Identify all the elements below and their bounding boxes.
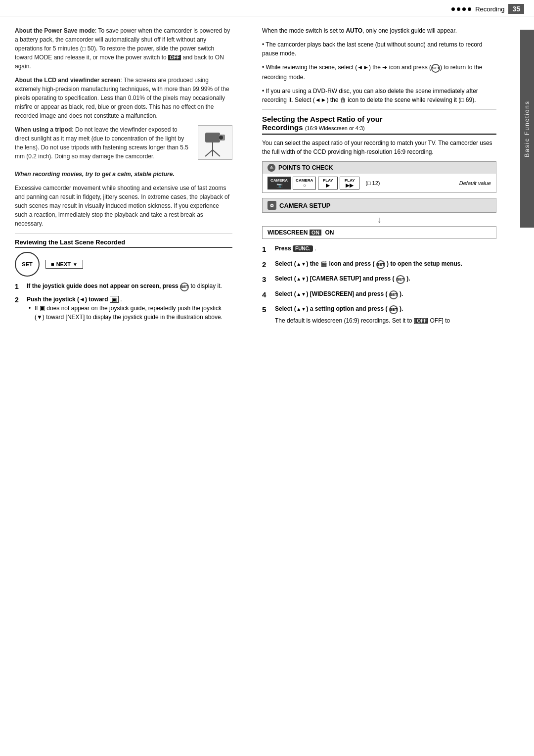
lcd-screen-para: About the LCD and viewfinder screen: The…: [15, 76, 232, 120]
auto-bold: AUTO: [346, 27, 362, 34]
right-step-4-num: 4: [262, 289, 272, 301]
right-step-2: 2 Select ( ▲▼ ) the 🎬 icon and press ( S…: [262, 259, 496, 271]
right-intro-bullet-2: • While reviewing the scene, select (◄►)…: [262, 63, 496, 82]
camera-icon-1: 📷: [276, 183, 282, 188]
play-icon-2: ▶▶: [346, 183, 354, 188]
dot3: [462, 7, 466, 11]
right-step-5: 5 Select ( ▲▼ ) a setting option and pre…: [262, 304, 496, 325]
set-btn-5: SET: [389, 305, 398, 314]
right-step-3-num: 3: [262, 274, 272, 285]
next-box: ■ NEXT ▼: [45, 260, 83, 269]
step-2-bold: Push the joystick (◄) toward: [27, 296, 110, 303]
lens-circle: [219, 136, 223, 140]
section-subtitle-small: (16:9 Widescreen or 4:3): [305, 125, 365, 131]
step3-camera-setup: ) [CAMERA SETUP] and press (: [306, 275, 394, 282]
section-body: You can select the aspect ratio of your …: [262, 139, 496, 156]
default-value: Default value: [459, 180, 491, 186]
right-intro-bullet-1: • The camcorder plays back the last scen…: [262, 40, 496, 58]
step-1-content: If the joystick guide does not appear on…: [27, 282, 232, 292]
step-1-bold: If the joystick guide does not appear on…: [27, 283, 180, 289]
mode-camera-active: CAMERA 📷: [267, 177, 291, 189]
play-icon-1: ▶: [326, 183, 330, 188]
set-btn-4: SET: [389, 290, 398, 299]
next-icon: ■: [51, 261, 54, 267]
off-label-2: OFF: [415, 318, 428, 324]
next-label: NEXT: [56, 261, 71, 267]
page-number: 35: [508, 4, 524, 14]
step-2-period: .: [120, 296, 122, 303]
step1-press: Press: [275, 245, 293, 252]
right-intro-section: When the mode switch is set to AUTO, onl…: [262, 26, 496, 104]
off-label-1: OFF: [168, 55, 181, 60]
step-2: 2 Push the joystick (◄) toward ▣ . If ▣ …: [15, 295, 232, 324]
step4-end: ).: [400, 290, 403, 297]
setup-icon: ⛭: [267, 201, 276, 210]
main-content: About the Power Save mode: To save power…: [0, 16, 534, 756]
tripod-section: When using a tripod: Do not leave the vi…: [15, 125, 232, 166]
right-step-4: 4 Select ( ▲▼ ) [WIDESCREEN] and press (…: [262, 289, 496, 301]
steps: 1 If the joystick guide does not appear …: [15, 282, 232, 324]
mode-play-1: PLAY ▶: [318, 177, 338, 189]
points-header-label: POINTS TO CHECK: [278, 164, 333, 171]
points-icon: ⚠: [267, 164, 275, 172]
tripod-para: When using a tripod: Do not leave the vi…: [15, 125, 193, 161]
divider-1: [15, 233, 232, 234]
set-label: SET: [22, 261, 32, 267]
recording-movies-text: Excessive camcorder movement while shoot…: [15, 184, 232, 228]
page-ref-inline: (□ 12): [365, 180, 380, 186]
widescreen-on: ON: [310, 230, 322, 236]
mode-camera-inactive: CAMERA ○: [293, 177, 316, 189]
power-save-para: About the Power Save mode: To save power…: [15, 26, 232, 71]
points-box: ⚠ POINTS TO CHECK CAMERA 📷 CAMERA ○ PLAY: [262, 161, 496, 193]
step-2-icon: ▣: [110, 296, 119, 303]
step5-setting: ) a setting option and press (: [306, 305, 387, 312]
section-subtitle: Recordings: [262, 123, 303, 132]
right-step-3: 3 Select ( ▲▼ ) [CAMERA SETUP] and press…: [262, 274, 496, 285]
right-intro-auto: When the mode switch is set to AUTO, onl…: [262, 26, 496, 35]
step5-end: ).: [400, 305, 403, 312]
lcd-bold: About the LCD and viewfinder screen: [15, 77, 120, 84]
step5-select: Select (: [275, 305, 296, 312]
set-btn-1: SET: [180, 283, 189, 291]
right-step-5-num: 5: [262, 304, 272, 325]
next-arrow-down: ▼: [73, 262, 78, 267]
right-step-1: 1 Press FUNC. .: [262, 244, 496, 255]
right-steps: 1 Press FUNC. . 2 Select ( ▲▼ ) the 🎬: [262, 244, 496, 325]
tri-icon-2: ▲▼: [298, 260, 305, 267]
set-btn-2: SET: [376, 260, 385, 269]
power-save-bold: About the Power Save mode: [15, 27, 95, 34]
points-header: ⚠ POINTS TO CHECK: [263, 162, 496, 174]
tripod-leg-right: [213, 150, 220, 156]
step2-open: ) to open the setup menus.: [387, 260, 462, 267]
right-step-4-content: Select ( ▲▼ ) [WIDESCREEN] and press ( S…: [275, 289, 496, 301]
mode-play-2: PLAY ▶▶: [340, 177, 359, 189]
tripod-leg-left: [205, 150, 213, 156]
film-icon: 🎬: [320, 260, 327, 267]
tripod-svg: [200, 128, 230, 157]
arrow-down: ↓: [262, 215, 496, 225]
points-content: CAMERA 📷 CAMERA ○ PLAY ▶ PLAY ▶▶: [263, 174, 496, 192]
step-2-bullet: If ▣ does not appear on the joystick gui…: [27, 304, 232, 322]
tri-icon-5: ▲▼: [298, 306, 305, 313]
camera-label-1: CAMERA: [270, 178, 288, 183]
step5-note: The default is widescreen (16:9) recordi…: [275, 316, 496, 325]
step-1-num: 1: [15, 282, 24, 292]
right-step-1-num: 1: [262, 244, 272, 255]
set-circle: SET: [15, 252, 40, 277]
play-label-1: PLAY: [323, 178, 333, 183]
section-title-main: Selecting the Aspect Ratio of your: [262, 115, 383, 123]
right-divider: [262, 109, 496, 110]
sidebar-label: Basic Functions: [524, 100, 531, 157]
right-sidebar: Basic Functions: [520, 30, 534, 228]
right-column: When the mode switch is set to AUTO, onl…: [257, 26, 514, 746]
step-2-num: 2: [15, 295, 24, 324]
widescreen-on-text: ON: [325, 229, 334, 236]
set-btn-inline-1: SET: [431, 64, 440, 73]
page-container: Recording 35 Basic Functions About the P…: [0, 0, 534, 756]
dot1: [451, 7, 455, 11]
widescreen-label: WIDESCREEN: [267, 229, 308, 236]
step2-icon-press: icon and press (: [329, 260, 374, 267]
recording-movies-bold-para: When recording movies, try to get a calm…: [15, 170, 232, 179]
joystick-row: SET ■ NEXT ▼: [15, 252, 232, 277]
recording-movies-bold: When recording movies, try to get a calm…: [15, 171, 175, 178]
